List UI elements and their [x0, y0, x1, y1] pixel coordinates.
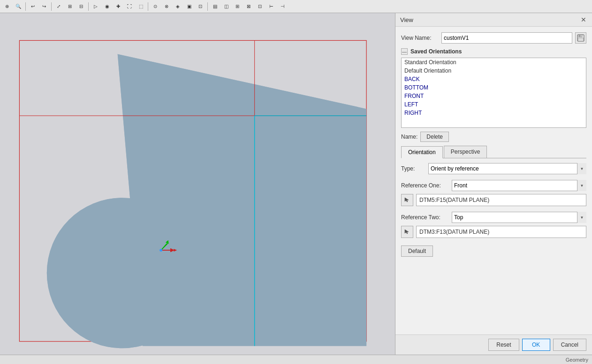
reference-two-select-wrapper: Top Bottom Front Back Left Right ▼ [452, 212, 586, 223]
tab-orientation[interactable]: Orientation [401, 146, 443, 158]
cad-canvas [0, 13, 395, 355]
cancel-button[interactable]: Cancel [553, 339, 586, 351]
reference-two-input-row [401, 226, 586, 238]
toolbar-btn-16[interactable]: ▣ [184, 1, 194, 12]
list-item[interactable]: Default Orientation [402, 67, 586, 75]
svg-rect-21 [578, 38, 584, 41]
reference-one-row: Reference One: Front Back Top Bottom Lef… [401, 180, 586, 191]
dialog-titlebar: View ✕ [395, 13, 592, 27]
list-item[interactable]: FRONT [402, 92, 586, 100]
name-delete-row: Name: Delete [401, 132, 586, 142]
cursor-icon-2 [404, 229, 410, 235]
delete-button[interactable]: Delete [420, 132, 449, 142]
type-row: Type: Orient by reference Standard Custo… [401, 163, 586, 174]
toolbar-btn-7[interactable]: ⊟ [76, 1, 86, 12]
list-item[interactable]: RIGHT [402, 109, 586, 117]
toolbar-btn-23[interactable]: ⊢ [266, 1, 276, 12]
reference-two-row: Reference Two: Top Bottom Front Back Lef… [401, 212, 586, 223]
list-item[interactable]: BACK [402, 75, 586, 83]
toolbar-btn-6[interactable]: ⊞ [65, 1, 75, 12]
toolbar-btn-15[interactable]: ◈ [173, 1, 183, 12]
main-area: View ✕ View Name: — [0, 13, 592, 355]
dialog-footer: Reset OK Cancel [395, 334, 592, 355]
view-dialog: View ✕ View Name: — [395, 13, 592, 355]
save-button[interactable] [575, 32, 586, 44]
close-button[interactable]: ✕ [580, 16, 587, 23]
svg-rect-20 [579, 35, 580, 37]
svg-point-17 [159, 249, 162, 252]
reference-one-input-row [401, 194, 586, 206]
toolbar-btn-18[interactable]: ▤ [210, 1, 220, 12]
reference-two-pick-button[interactable] [401, 226, 413, 238]
saved-orientations-title: Saved Orientations [410, 48, 462, 55]
save-icon [577, 34, 584, 42]
toolbar-btn-21[interactable]: ⊠ [243, 1, 254, 12]
svg-point-5 [47, 198, 197, 348]
list-item[interactable]: LEFT [402, 100, 586, 109]
reference-two-input[interactable] [416, 226, 586, 238]
reference-two-select[interactable]: Top Bottom Front Back Left Right [452, 212, 586, 223]
orientations-list[interactable]: Standard Orientation Default Orientation… [401, 58, 586, 128]
reference-one-select-wrapper: Front Back Top Bottom Left Right ▼ [452, 180, 586, 191]
reference-one-select[interactable]: Front Back Top Bottom Left Right [452, 180, 586, 191]
statusbar-right-text: Geometry [566, 357, 588, 363]
toolbar-btn-14[interactable]: ⊗ [161, 1, 172, 12]
collapse-button[interactable]: — [401, 48, 408, 55]
statusbar: Geometry [0, 355, 592, 364]
view-name-row: View Name: [401, 32, 586, 44]
toolbar-btn-4[interactable]: ↪ [39, 1, 49, 12]
toolbar-separator-1 [25, 2, 26, 11]
view-name-input[interactable] [441, 32, 572, 44]
view-name-label: View Name: [401, 35, 439, 41]
canvas-area[interactable] [0, 13, 395, 355]
reset-button[interactable]: Reset [488, 339, 519, 351]
type-label: Type: [401, 165, 425, 172]
list-item[interactable]: Standard Orientation [402, 58, 586, 67]
toolbar-separator-2 [51, 2, 52, 11]
type-select[interactable]: Orient by reference Standard Custom [428, 163, 586, 174]
saved-orientations-header: — Saved Orientations [401, 48, 586, 55]
tab-perspective[interactable]: Perspective [444, 146, 487, 158]
reference-one-label: Reference One: [401, 182, 448, 189]
toolbar-btn-19[interactable]: ◫ [221, 1, 231, 12]
toolbar-btn-24[interactable]: ⊣ [277, 1, 288, 12]
toolbar-btn-9[interactable]: ◉ [102, 1, 112, 12]
toolbar-btn-2[interactable]: 🔍 [13, 1, 23, 12]
reference-one-pick-button[interactable] [401, 194, 413, 206]
tabs: Orientation Perspective [401, 146, 586, 158]
toolbar-btn-3[interactable]: ↩ [28, 1, 38, 12]
ok-button[interactable]: OK [522, 339, 550, 351]
toolbar-btn-13[interactable]: ⊙ [150, 1, 160, 12]
type-select-wrapper: Orient by reference Standard Custom ▼ [428, 163, 586, 174]
toolbar-separator-4 [148, 2, 148, 11]
list-item[interactable]: BOTTOM [402, 83, 586, 92]
dialog-body: View Name: — Saved Orientations [395, 27, 592, 334]
toolbar-btn-8[interactable]: ▷ [91, 1, 101, 12]
toolbar-btn-12[interactable]: ⬚ [136, 1, 146, 12]
default-button[interactable]: Default [401, 245, 433, 257]
toolbar-separator-5 [207, 2, 208, 11]
reference-two-label: Reference Two: [401, 214, 448, 221]
reference-one-input[interactable] [416, 194, 586, 206]
dialog-title: View [400, 16, 413, 23]
toolbar-btn-11[interactable]: ⛶ [124, 1, 135, 12]
toolbar-btn-22[interactable]: ⊡ [255, 1, 265, 12]
toolbar-btn-5[interactable]: ⤢ [53, 1, 64, 12]
toolbar-btn-1[interactable]: ⊕ [2, 1, 12, 12]
toolbar-btn-10[interactable]: ✚ [113, 1, 123, 12]
cursor-icon [404, 197, 410, 203]
toolbar-btn-20[interactable]: ⊞ [232, 1, 243, 12]
toolbar: ⊕ 🔍 ↩ ↪ ⤢ ⊞ ⊟ ▷ ◉ ✚ ⛶ ⬚ ⊙ ⊗ ◈ ▣ ⊡ ▤ ◫ ⊞ … [0, 0, 592, 13]
name-label: Name: [401, 134, 417, 140]
toolbar-separator-3 [88, 2, 89, 11]
toolbar-btn-17[interactable]: ⊡ [195, 1, 205, 12]
